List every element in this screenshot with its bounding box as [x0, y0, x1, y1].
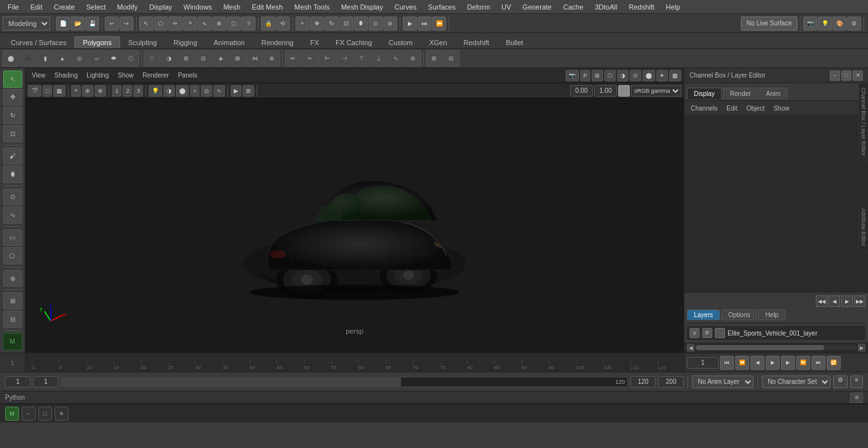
anim-layer-dropdown[interactable]: No Anim Layer — [692, 376, 754, 388]
tab-polygons[interactable]: Polygons — [74, 36, 119, 48]
menu-curves[interactable]: Curves — [390, 2, 422, 12]
last-tool-btn[interactable]: ⊙ — [369, 17, 383, 31]
tab-fx[interactable]: FX — [302, 36, 327, 48]
scale-btn[interactable]: ⊡ — [339, 17, 353, 31]
isolate-sel-btn[interactable]: ⊙ — [630, 70, 641, 81]
display-all-btn[interactable]: ⬤ — [642, 70, 655, 81]
python-expand-btn[interactable]: ⊞ — [850, 393, 863, 403]
timeline-loop-btn[interactable]: 🔁 — [827, 356, 841, 370]
lasso-btn[interactable]: ⬠ — [154, 17, 168, 31]
motion-blur-btn[interactable]: ≈ — [190, 85, 200, 97]
scale-tool-btn[interactable]: ⊡ — [3, 125, 22, 142]
scrollbar-left-btn[interactable]: ◀ — [687, 344, 695, 351]
timeline-track[interactable]: 1510152025303540455055606570758085909510… — [25, 353, 684, 372]
pen-tool[interactable]: ✏ — [285, 50, 301, 67]
extrude-tool[interactable]: ⊞ — [178, 50, 194, 67]
add-btn[interactable]: + — [295, 17, 309, 31]
offset-edge-tool[interactable]: ⊣ — [336, 50, 353, 67]
timeline-prev-btn[interactable]: ◀ — [750, 356, 764, 370]
render-btn[interactable]: ▶ — [403, 17, 417, 31]
scrollbar-right-btn[interactable]: ▶ — [858, 344, 865, 351]
timeline-play-btn[interactable]: ▶ — [766, 356, 780, 370]
anti-alias-btn[interactable]: ∿ — [214, 85, 225, 97]
light-display-btn[interactable]: 💡 — [149, 85, 162, 97]
display-1-btn[interactable]: 1 — [112, 85, 121, 97]
layer-nav-left-btn[interactable]: ◀◀ — [816, 295, 827, 307]
taskbar-close-btn[interactable]: ✕ — [55, 407, 69, 421]
current-frame-input[interactable] — [33, 376, 58, 388]
isolate-btn[interactable]: ⊕ — [3, 270, 22, 287]
mode-dropdown[interactable]: Modeling — [3, 17, 50, 31]
bevel-tool[interactable]: ◈ — [212, 50, 229, 67]
menu-mesh-tools[interactable]: Mesh Tools — [289, 2, 334, 12]
cam-res-btn[interactable]: ▦ — [53, 85, 65, 97]
panel-scrollbar[interactable]: ◀ ▶ — [684, 343, 868, 353]
torus-tool[interactable]: ◎ — [71, 50, 88, 67]
display-3-btn[interactable]: 3 — [133, 85, 143, 97]
bridge-tool[interactable]: ⊠ — [229, 50, 246, 67]
rotate-tool-btn[interactable]: ↻ — [3, 107, 22, 124]
maya-logo-btn[interactable]: M — [3, 333, 22, 350]
layer-nav-next-btn[interactable]: ▶ — [841, 295, 853, 307]
shading-menu[interactable]: Shading — [51, 71, 82, 80]
cam-gate-btn[interactable]: □ — [43, 85, 52, 97]
grid-btn[interactable]: ⊞ — [3, 292, 22, 309]
menu-modify[interactable]: Modify — [112, 2, 142, 12]
select-tool-btn[interactable]: ↖ — [3, 71, 22, 88]
show-joint-btn[interactable]: ⊙ — [3, 189, 22, 206]
material-btn[interactable]: 🎨 — [832, 17, 846, 31]
timeline-first-btn[interactable]: ⏮ — [720, 356, 734, 370]
cylinder-tool[interactable]: ▮ — [37, 50, 53, 67]
scale-input[interactable] — [594, 85, 617, 97]
dof-btn[interactable]: ◎ — [201, 85, 212, 97]
range-bar[interactable]: 120 — [61, 377, 628, 387]
timeline-last-btn[interactable]: ⏭ — [811, 356, 825, 370]
menu-generate[interactable]: Generate — [517, 2, 557, 12]
merge-tool[interactable]: ⋈ — [247, 50, 263, 67]
menu-cache[interactable]: Cache — [558, 2, 588, 12]
smooth-shade-btn[interactable]: ◑ — [617, 70, 628, 81]
new-scene-btn[interactable]: 📄 — [56, 17, 70, 31]
display-2-btn[interactable]: 2 — [123, 85, 132, 97]
cleanup-tool[interactable]: ⊟ — [443, 50, 459, 67]
platonic-tool[interactable]: ⬡ — [123, 50, 139, 67]
timeline-next-key-btn[interactable]: ⏩ — [796, 356, 810, 370]
marquee-btn[interactable]: ▭ — [3, 229, 22, 247]
paint-btn[interactable]: ✏ — [168, 17, 182, 31]
open-scene-btn[interactable]: 📂 — [71, 17, 85, 31]
char-set-dropdown[interactable]: No Character Set — [762, 376, 831, 388]
layer-tab-help[interactable]: Help — [758, 309, 785, 320]
persp-cam-btn[interactable]: P — [580, 70, 590, 81]
menu-edit[interactable]: Edit — [25, 2, 48, 12]
render-all-btn[interactable]: ⏩ — [432, 17, 446, 31]
face-tool[interactable]: □ — [144, 50, 160, 67]
connect-tool[interactable]: ⊥ — [370, 50, 387, 67]
tab-fx-caching[interactable]: FX Caching — [327, 36, 380, 48]
cam-film-btn[interactable]: 🎬 — [28, 85, 41, 97]
layer-visible-btn[interactable]: V — [689, 328, 700, 338]
char-set-settings-btn[interactable]: ⚙ — [833, 376, 848, 388]
color-picker[interactable] — [618, 85, 630, 97]
taskbar-restore-btn[interactable]: □ — [38, 407, 52, 421]
renderer-menu[interactable]: Renderer — [139, 71, 173, 80]
cv-curve-btn[interactable]: ∿ — [3, 207, 22, 224]
help-btn[interactable]: ? — [241, 17, 255, 31]
layer-nav-right-btn[interactable]: ▶▶ — [854, 295, 865, 307]
menu-3dtoall[interactable]: 3DtoAll — [590, 2, 622, 12]
attract-btn[interactable]: ⊛ — [82, 85, 93, 97]
layer-nav-prev-btn[interactable]: ◀ — [829, 295, 840, 307]
timeline-prev-key-btn[interactable]: ⏪ — [735, 356, 749, 370]
menu-mesh[interactable]: Mesh — [218, 2, 245, 12]
menu-deform[interactable]: Deform — [462, 2, 495, 12]
tab-animation[interactable]: Animation — [205, 36, 253, 48]
ao-btn[interactable]: ⬤ — [176, 85, 189, 97]
scrollbar-track[interactable] — [696, 345, 857, 350]
snap-curve-btn[interactable]: ∿ — [198, 17, 212, 31]
plane-tool[interactable]: ▱ — [88, 50, 105, 67]
lasso-left-btn[interactable]: ⬠ — [3, 247, 22, 264]
menu-windows[interactable]: Windows — [179, 2, 217, 12]
shadow-btn[interactable]: ◑ — [163, 85, 175, 97]
timeline-next-btn[interactable]: ▶ — [781, 356, 795, 370]
menu-display[interactable]: Display — [144, 2, 177, 12]
menu-surfaces[interactable]: Surfaces — [423, 2, 461, 12]
